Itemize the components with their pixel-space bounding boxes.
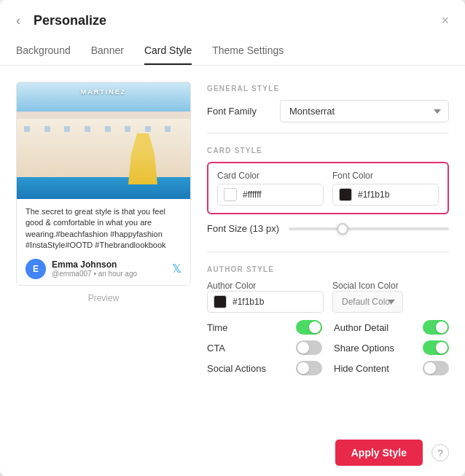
general-style-label: GENERAL STYLE: [207, 85, 449, 93]
social-actions-label: Social Actions: [207, 363, 266, 374]
social-icon-label: Social Icon Color: [332, 281, 449, 291]
author-color-item: Author Color #1f1b1b: [207, 281, 324, 313]
divider-2: [207, 251, 449, 252]
modal-body: MARTINEZ The secret to great style is th…: [0, 66, 465, 429]
time-label: Time: [207, 322, 227, 333]
toggle-row-1: Time Author Detail: [207, 320, 449, 335]
divider-1: [207, 133, 449, 133]
tabs-bar: Background Banner Card Style Theme Setti…: [0, 37, 465, 66]
card-style-label: CARD STYLE: [207, 147, 449, 155]
time-toggle[interactable]: [296, 320, 322, 335]
toggle-row-2: CTA Share Options: [207, 340, 449, 355]
help-icon[interactable]: ?: [431, 444, 449, 461]
settings-column: GENERAL STYLE Font Family Montserrat CAR…: [207, 82, 449, 429]
card-color-label: Card Color: [217, 171, 324, 181]
card-color-field: Card Color #ffffff: [217, 171, 324, 206]
social-actions-toggle-knob: [297, 362, 309, 374]
tab-background[interactable]: Background: [16, 37, 71, 65]
modal-header: ‹ Personalize ×: [0, 0, 465, 37]
window: [64, 126, 70, 132]
hotel-block: [17, 119, 190, 177]
author-detail-label: Author Detail: [334, 322, 388, 333]
author-color-value: #1f1b1b: [232, 297, 264, 307]
author-avatar: E: [26, 259, 46, 279]
card-image: MARTINEZ: [17, 82, 190, 199]
figure-overlay: [128, 126, 161, 184]
cta-label: CTA: [207, 343, 225, 354]
figure-dress: [128, 133, 157, 184]
cta-toggle[interactable]: [296, 340, 322, 355]
social-icon-select[interactable]: Default Color: [332, 291, 403, 313]
window: [24, 126, 30, 132]
font-family-select[interactable]: Montserrat: [280, 100, 449, 122]
close-button[interactable]: ×: [441, 13, 449, 28]
card-text-area: The secret to great style is that you fe…: [17, 199, 190, 285]
author-detail-toggle[interactable]: [423, 320, 449, 335]
author-color-swatch: [214, 295, 227, 308]
hide-content-toggle[interactable]: [423, 361, 449, 375]
author-style-section: AUTHOR STYLE Author Color #1f1b1b Social…: [207, 262, 449, 381]
font-size-slider[interactable]: [289, 227, 449, 230]
tab-card-style[interactable]: Card Style: [144, 37, 192, 65]
share-options-label: Share Options: [334, 343, 394, 354]
author-color-row: Author Color #1f1b1b Social Icon Color D…: [207, 281, 449, 313]
tab-theme-settings[interactable]: Theme Settings: [212, 37, 284, 65]
font-color-swatch: [339, 188, 352, 201]
window: [85, 126, 90, 132]
author-detail-toggle-knob: [436, 321, 448, 333]
modal-footer: Apply Style ?: [0, 429, 465, 476]
card-preview: MARTINEZ The secret to great style is th…: [16, 82, 191, 286]
author-detail-toggle-item: Author Detail: [334, 320, 449, 335]
apply-style-button[interactable]: Apply Style: [335, 440, 423, 466]
card-author-row: E Emma Johnson @emma007 • an hour ago 𝕏: [26, 259, 181, 279]
font-color-input[interactable]: #1f1b1b: [332, 184, 439, 206]
cta-toggle-knob: [297, 342, 309, 354]
font-size-row: Font Size (13 px): [207, 223, 449, 234]
card-color-value: #ffffff: [243, 190, 262, 200]
preview-label[interactable]: Preview: [16, 293, 191, 303]
hide-content-toggle-knob: [424, 362, 436, 374]
card-caption: The secret to great style is that you fe…: [26, 206, 181, 251]
font-family-row: Font Family Montserrat: [207, 100, 449, 122]
window: [105, 126, 111, 132]
card-style-section: CARD STYLE Card Color #ffffff Font Color: [207, 144, 449, 244]
author-meta: @emma007 • an hour ago: [52, 270, 166, 278]
share-options-toggle-item: Share Options: [334, 340, 449, 355]
card-style-box: Card Color #ffffff Font Color #1f1b1b: [207, 162, 449, 214]
social-icon-item: Social Icon Color Default Color: [332, 281, 449, 313]
preview-column: MARTINEZ The secret to great style is th…: [16, 82, 191, 429]
font-size-label: Font Size (13 px): [207, 223, 280, 234]
tab-banner[interactable]: Banner: [91, 37, 124, 65]
font-family-label: Font Family: [207, 106, 273, 117]
water-area: [17, 173, 190, 199]
time-toggle-item: Time: [207, 320, 322, 335]
hotel-label: MARTINEZ: [17, 88, 190, 95]
cta-toggle-item: CTA: [207, 340, 322, 355]
author-name: Emma Johnson: [52, 260, 166, 270]
font-color-label: Font Color: [332, 171, 439, 181]
author-color-input[interactable]: #1f1b1b: [207, 291, 324, 313]
hotel-building: [17, 112, 190, 177]
slider-thumb[interactable]: [337, 223, 348, 235]
share-options-toggle[interactable]: [423, 340, 449, 355]
card-color-input[interactable]: #ffffff: [217, 184, 324, 206]
social-actions-toggle[interactable]: [296, 361, 322, 375]
personalize-modal: ‹ Personalize × Background Banner Card S…: [0, 0, 465, 476]
font-color-field: Font Color #1f1b1b: [332, 171, 439, 206]
font-color-value: #1f1b1b: [358, 190, 389, 200]
share-options-toggle-knob: [436, 342, 448, 354]
author-color-label: Author Color: [207, 281, 324, 291]
author-style-label: AUTHOR STYLE: [207, 265, 449, 273]
window: [44, 126, 50, 132]
time-toggle-knob: [309, 321, 321, 333]
hide-content-label: Hide Content: [334, 363, 389, 374]
author-info: Emma Johnson @emma007 • an hour ago: [52, 260, 166, 278]
twitter-icon: 𝕏: [172, 262, 181, 276]
header-left: ‹ Personalize: [16, 13, 106, 28]
card-color-swatch: [224, 188, 237, 201]
back-button[interactable]: ‹: [16, 13, 20, 28]
window: [165, 126, 171, 132]
toggle-row-3: Social Actions Hide Content: [207, 361, 449, 375]
modal-title: Personalize: [34, 13, 106, 28]
hide-content-toggle-item: Hide Content: [334, 361, 449, 375]
